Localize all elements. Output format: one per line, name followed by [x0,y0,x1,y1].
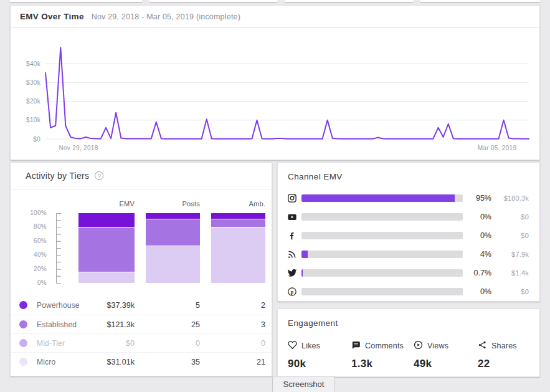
stat-label: Likes [301,342,320,350]
channel-value: $0 [491,213,539,221]
twitter-icon [287,268,297,279]
emv-over-time-title: EMV Over Time [20,12,84,21]
channel-bar-track [301,251,463,258]
channel-value: $180.3k [491,194,539,202]
bar-segment-micro [78,272,135,283]
tier-row-mid-tier: Mid-Tier $0 0 0 [11,333,272,352]
y-tick-0: 0% [19,279,47,286]
channel-row-youtube: 0% $0 [278,208,539,226]
channel-bar-track [301,213,463,221]
channel-percent: 0% [463,287,491,296]
tier-name: Micro [37,358,55,366]
tier-posts-value: 0 [138,339,200,348]
card-stub-1 [10,0,142,2]
channel-row-facebook: 0% $0 [278,226,539,245]
tier-dot-mid-tier [19,339,27,347]
channel-percent: 0.7% [463,269,491,277]
stat-label: Shares [491,342,517,350]
tier-posts-value: 35 [138,358,200,366]
emv-over-time-card: EMV Over Time Nov 29, 2018 - Mar 05, 201… [10,5,540,160]
pinterest-icon: p [287,287,297,297]
tier-legend: Powerhouse $37.39k 5 2 Established $121.… [11,296,272,371]
channel-bar-track [301,194,463,202]
tier-amb-value: 3 [203,320,265,329]
channel-row-blog: 4% $7.9k [278,245,539,264]
engagement-title: Engagement [288,318,338,328]
emv-over-time-header: EMV Over Time Nov 29, 2018 - Mar 05, 201… [11,6,539,28]
tier-dot-micro [19,358,27,366]
stat-views: Views 49k [414,340,448,370]
channel-rows: 95% $180.3k 0% $0 0% $0 4% $7.9k [278,189,539,301]
channel-emv-card: Channel EMV 95% $180.3k 0% $0 0% $0 [277,162,540,302]
help-icon[interactable]: ? [95,171,103,180]
svg-text:$30k: $30k [26,79,41,86]
tier-emv-value: $31.01k [72,358,135,366]
y-tick-60: 60% [19,237,47,244]
activity-by-tiers-title: Activity by Tiers [26,171,89,181]
card-stub-2 [149,0,277,2]
stacked-bar-emv [78,213,135,283]
channel-value: $0 [491,288,539,295]
tier-posts-value: 5 [138,301,200,310]
stat-value: 1.3k [351,358,404,370]
svg-text:$0: $0 [33,136,40,143]
channel-percent: 95% [463,194,491,203]
channel-bar-track [301,232,463,239]
stacked-bar-posts [146,213,200,283]
stat-label: Views [427,342,448,350]
channel-row-instagram: 95% $180.3k [278,189,539,208]
stat-shares: Shares 22 [478,340,517,370]
tier-row-powerhouse: Powerhouse $37.39k 5 2 [11,296,272,315]
stat-value: 49k [414,358,448,370]
tier-amb-value: 2 [203,301,265,310]
activity-by-tiers-card: Activity by Tiers ? EMV Posts Amb. 100% … [10,162,272,376]
y-tick-40: 40% [19,251,47,258]
tier-emv-value: $121.3k [72,320,135,329]
column-header-amb: Amb. [203,200,265,208]
screenshot-tab[interactable]: Screenshot [272,376,335,392]
tier-amb-value: 0 [203,339,265,348]
share-icon [478,340,487,351]
column-header-posts: Posts [138,200,200,208]
blog-rss-icon [287,249,297,260]
stacked-bar-amb [211,213,265,283]
stat-value: 90k [288,358,320,370]
activity-by-tiers-header: Activity by Tiers ? [11,163,272,189]
channel-value: $7.9k [491,251,539,258]
emv-over-time-date-range: Nov 29, 2018 - Mar 05, 2019 (incomplete) [92,12,240,21]
channel-percent: 0% [463,231,491,240]
channel-emv-title: Channel EMV [288,172,343,181]
tier-stacked-chart: EMV Posts Amb. 100% 80% 60% 40% 20% 0% [11,189,272,296]
bar-segment-powerhouse [211,213,265,219]
tier-name: Mid-Tier [37,339,65,348]
channel-bar-fill [301,269,303,277]
y-tick-80: 80% [19,223,47,230]
heart-icon [288,340,297,351]
y-tick-20: 20% [19,265,47,272]
card-stub-3 [285,0,413,2]
bar-segment-powerhouse [146,213,200,219]
channel-row-twitter: 0.7% $1.4k [278,264,539,282]
bar-segment-established [146,219,200,246]
screenshot-tab-label: Screenshot [283,380,325,389]
tier-axis-ruler [56,213,62,284]
channel-bar-track [301,269,463,277]
channel-percent: 4% [463,250,491,259]
tier-posts-value: 25 [138,320,200,329]
tier-emv-value: $0 [72,339,135,348]
tier-row-micro: Micro $31.01k 35 21 [11,352,272,371]
bar-segment-established [78,227,135,272]
tier-row-established: Established $121.3k 25 3 [11,315,272,333]
channel-row-pinterest: p 0% $0 [278,282,539,301]
comment-icon [351,340,361,351]
bar-segment-established [211,219,265,227]
tier-name: Established [37,320,77,329]
tier-amb-value: 21 [203,358,265,366]
stat-label: Comments [365,342,404,350]
channel-bar-fill [301,251,308,258]
instagram-icon [287,193,297,204]
engagement-card: Engagement Likes 90k Comments 1.3k Views… [277,308,540,377]
svg-text:p: p [290,289,293,295]
svg-text:Mar 05, 2019: Mar 05, 2019 [478,145,517,151]
bar-segment-powerhouse [78,213,135,227]
